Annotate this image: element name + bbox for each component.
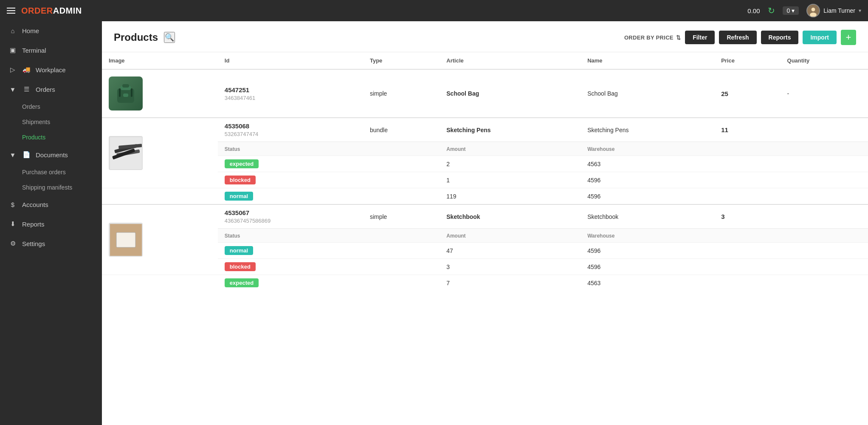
warehouse-amount-cell: 1 (440, 172, 581, 188)
product-image (109, 136, 143, 170)
refresh-button[interactable]: Refresh (719, 31, 756, 44)
product-image-cell (102, 118, 218, 188)
empty-cell (714, 172, 780, 188)
sidebar-item-reports[interactable]: ⬇ Reports (0, 214, 102, 234)
product-id-primary: 4535067 (225, 209, 356, 216)
sidebar-item-workplace[interactable]: ▷ 🚚 Workplace (0, 60, 102, 79)
product-article-cell: School Bag (440, 69, 581, 118)
sidebar-sub-label: Shipping manifests (22, 184, 72, 191)
svg-rect-8 (131, 88, 132, 97)
warehouse-status-cell: blocked (218, 172, 440, 188)
product-id-cell: 4535068 53263747474 (218, 118, 363, 142)
warehouse-amount-cell: 7 (440, 275, 581, 291)
table-row: normal 119 4596 (102, 188, 868, 205)
home-icon: ⌂ (8, 27, 17, 34)
empty-cell (781, 172, 868, 188)
warehouse-amount-cell: 47 (440, 243, 581, 259)
documents-chevron: ▼ (8, 151, 17, 159)
sidebar-item-home[interactable]: ⌂ Home (0, 21, 102, 40)
badge-chevron: ▾ (792, 7, 795, 14)
empty-cell (714, 243, 780, 259)
order-by-price[interactable]: ORDER BY PRICE ⇅ (624, 34, 681, 41)
sidebar-item-shipments[interactable]: Shipments (0, 114, 102, 130)
sidebar-item-label: Settings (22, 240, 45, 247)
product-quantity-cell: - (781, 69, 868, 118)
documents-icon: 📄 (22, 151, 31, 159)
table-row[interactable]: 4547251 3463847461 simple School Bag Sch… (102, 69, 868, 118)
accounts-icon: $ (8, 201, 17, 208)
sidebar-item-purchase-orders[interactable]: Purchase orders (0, 164, 102, 180)
product-name-cell: Sketchbook (581, 204, 714, 229)
workplace-icon: ▷ (8, 66, 17, 74)
refresh-icon[interactable]: ↻ (768, 6, 775, 16)
settings-icon: ⚙ (8, 240, 17, 247)
product-quantity-cell (781, 204, 868, 229)
warehouse-id-cell: 4563 (581, 156, 714, 172)
col-quantity: Quantity (781, 52, 868, 69)
product-id-secondary: 53263747474 (225, 131, 356, 137)
product-id-cell: 4535067 436367457586869 (218, 204, 363, 229)
sidebar-sub-label: Shipments (22, 119, 50, 125)
hamburger-menu[interactable] (7, 8, 15, 14)
product-type-cell: simple (363, 69, 440, 118)
sub-col-warehouse: Warehouse (581, 142, 714, 156)
svg-rect-15 (116, 232, 135, 247)
logo-admin: ADMIN (53, 6, 82, 15)
sidebar-sub-label: Orders (22, 103, 40, 110)
top-navigation: ORDERADMIN 0.00 ↻ 0 ▾ Liam Turner ▾ (0, 0, 868, 21)
order-by-icon: ⇅ (676, 34, 681, 41)
reports-button[interactable]: Reports (761, 31, 799, 44)
empty-cell (102, 188, 218, 205)
sidebar-item-label: Orders (36, 86, 55, 93)
empty-cell (714, 142, 780, 156)
warehouse-amount-cell: 2 (440, 156, 581, 172)
search-button[interactable]: 🔍 (164, 32, 175, 43)
warehouse-status-cell: expected (218, 275, 440, 291)
sidebar-item-documents[interactable]: ▼ 📄 Documents (0, 145, 102, 164)
col-id: Id (218, 52, 363, 69)
sidebar-sub-label: Products (22, 134, 45, 141)
notification-badge[interactable]: 0 ▾ (783, 6, 799, 15)
product-id-cell: 4547251 3463847461 (218, 69, 363, 118)
badge-count: 0 (787, 7, 790, 14)
product-price-cell: 11 (714, 118, 780, 142)
table-row: expected 7 4563 (102, 275, 868, 291)
svg-rect-6 (123, 94, 128, 97)
orders-icon: ☰ (22, 85, 31, 93)
empty-cell (781, 229, 868, 243)
sidebar-item-products[interactable]: Products (0, 130, 102, 145)
sidebar-item-shipping-manifests[interactable]: Shipping manifests (0, 180, 102, 195)
table-row[interactable]: 4535067 436367457586869 simple Sketchboo… (102, 204, 868, 229)
empty-cell (714, 259, 780, 275)
sidebar-item-label: Reports (22, 221, 45, 228)
col-article: Article (440, 52, 581, 69)
table-row[interactable]: 4535068 53263747474 bundle Sketching Pen… (102, 118, 868, 142)
warehouse-amount-cell: 3 (440, 259, 581, 275)
product-article-cell: Sketchbook (440, 204, 581, 229)
empty-cell (781, 188, 868, 205)
svg-rect-7 (119, 88, 121, 97)
terminal-icon: ▣ (8, 46, 17, 54)
sidebar-item-orders-sub[interactable]: Orders (0, 99, 102, 114)
sidebar-item-accounts[interactable]: $ Accounts (0, 195, 102, 214)
warehouse-status-cell: expected (218, 156, 440, 172)
sub-col-warehouse: Warehouse (581, 229, 714, 243)
add-product-button[interactable]: + (841, 30, 856, 45)
product-price-cell: 3 (714, 204, 780, 229)
import-button[interactable]: Import (803, 31, 837, 44)
product-type-cell: simple (363, 204, 440, 229)
sidebar-item-settings[interactable]: ⚙ Settings (0, 234, 102, 253)
product-name-cell: Sketching Pens (581, 118, 714, 142)
sidebar-item-label: Accounts (22, 201, 48, 208)
sub-col-status: Status (218, 142, 440, 156)
filter-button[interactable]: Filter (685, 31, 715, 44)
sidebar-item-label: Terminal (22, 47, 46, 54)
empty-cell (714, 229, 780, 243)
product-name-cell: School Bag (581, 69, 714, 118)
user-menu[interactable]: Liam Turner ▾ (806, 4, 861, 17)
warehouse-status-cell: blocked (218, 259, 440, 275)
sidebar-item-terminal[interactable]: ▣ Terminal (0, 40, 102, 60)
product-image-cell (102, 69, 218, 118)
sidebar-item-orders[interactable]: ▼ ☰ Orders (0, 79, 102, 99)
product-id-primary: 4547251 (225, 86, 356, 94)
